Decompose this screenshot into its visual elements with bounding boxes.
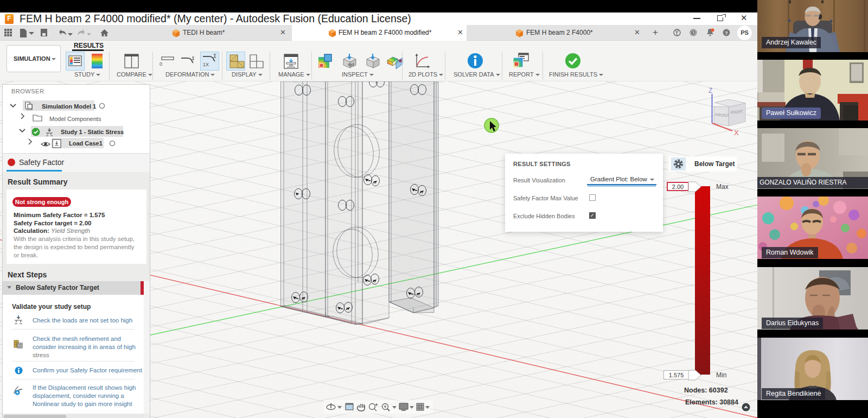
svg-text:xyz: xyz (348, 62, 354, 67)
svg-text:0: 0 (159, 61, 162, 67)
svg-text:Z: Z (709, 87, 712, 94)
svg-text:X: X (734, 129, 739, 137)
svg-text:1X: 1X (203, 62, 209, 67)
svg-text:FRONT: FRONT (715, 112, 730, 118)
svg-text:?: ? (725, 30, 728, 36)
